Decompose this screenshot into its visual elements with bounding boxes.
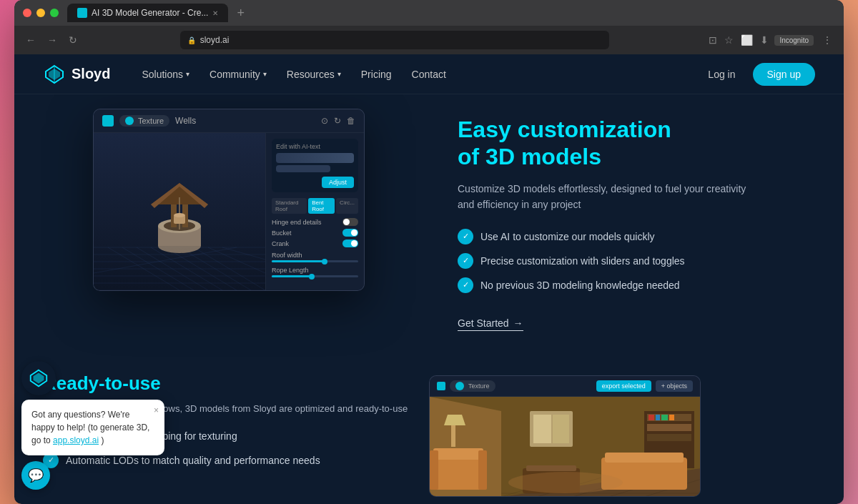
- chat-popup-suffix: ): [101, 435, 104, 445]
- nav-resources[interactable]: Resources ▾: [278, 64, 350, 84]
- check-icon-3: ✓: [458, 277, 473, 293]
- rope-length-thumb[interactable]: [309, 274, 315, 280]
- cast-icon[interactable]: ⊡: [709, 34, 717, 46]
- room-texture-label: Texture: [468, 382, 490, 390]
- toggle-crank-label: Crank: [272, 240, 289, 247]
- room-preview: Texture export selected + objects: [429, 375, 701, 497]
- browser-window: AI 3D Model Generator - Cre... ✕ + ← → ↻…: [14, 0, 844, 504]
- chat-open-button[interactable]: 💬: [21, 461, 50, 490]
- svg-rect-61: [451, 425, 455, 447]
- tab-bar: AI 3D Model Generator - Cre... ✕ +: [67, 4, 835, 22]
- tab-close-button[interactable]: ✕: [212, 9, 218, 17]
- toggle-hinge-label: Hinge end details: [272, 219, 322, 226]
- login-button[interactable]: Log in: [699, 64, 744, 84]
- adjust-button[interactable]: Adjust: [322, 177, 354, 188]
- model-logo-icon: [102, 115, 114, 127]
- tab-favicon: [77, 8, 87, 18]
- share-icon[interactable]: ⊙: [321, 116, 328, 126]
- rope-length-fill: [272, 275, 310, 277]
- solutions-chevron-icon: ▾: [186, 70, 189, 78]
- check-icon-1: ✓: [458, 229, 473, 244]
- feature-item-2: ✓ Precise customization with sliders and…: [458, 253, 815, 269]
- ai-text-field-1[interactable]: [276, 153, 354, 163]
- rotate-icon[interactable]: ↻: [334, 116, 341, 126]
- roof-width-slider[interactable]: [272, 260, 358, 262]
- new-tab-button[interactable]: +: [231, 6, 250, 21]
- roof-tab-standard[interactable]: Standard Roof: [272, 198, 307, 214]
- hero-title: Easy customization of 3D models: [458, 116, 815, 171]
- room-texture-toggle[interactable]: Texture: [450, 380, 495, 392]
- chat-popup: × Got any questions? We're happy to help…: [21, 400, 164, 455]
- toggle-bucket-label: Bucket: [272, 229, 292, 237]
- roof-width-thumb[interactable]: [322, 259, 327, 265]
- roof-tab-circ[interactable]: Circ...: [336, 198, 358, 214]
- export-button[interactable]: export selected: [596, 380, 651, 392]
- reload-button[interactable]: ↻: [66, 33, 80, 47]
- download-icon[interactable]: ⬇: [760, 34, 769, 46]
- address-bar[interactable]: 🔒 sloyd.ai: [180, 31, 609, 49]
- bottom-right: Texture export selected + objects: [429, 372, 815, 497]
- svg-rect-50: [656, 415, 660, 420]
- feature-item-1: ✓ Use AI to customize our models quickly: [458, 229, 815, 244]
- chat-popup-link[interactable]: app.sloyd.ai: [53, 435, 99, 445]
- close-traffic-light[interactable]: [23, 9, 31, 17]
- community-chevron-icon: ▾: [263, 70, 267, 78]
- svg-point-63: [508, 472, 623, 493]
- delete-icon[interactable]: 🗑: [347, 116, 355, 126]
- svg-rect-43: [533, 415, 551, 443]
- signup-button[interactable]: Sign up: [753, 63, 815, 86]
- nav-solutions[interactable]: Solutions ▾: [133, 64, 198, 84]
- nav-contact[interactable]: Contact: [403, 64, 455, 84]
- model-title: Wells: [175, 116, 196, 126]
- toggle-bucket-switch[interactable]: [342, 229, 358, 237]
- toggle-hinge-switch[interactable]: [342, 218, 358, 226]
- hero-left: Texture Wells ⊙ ↻ 🗑: [14, 94, 429, 361]
- feature-item-3: ✓ No previous 3D modeling knowledge need…: [458, 277, 815, 293]
- texture-label: Texture: [138, 117, 164, 125]
- back-button[interactable]: ←: [23, 33, 39, 47]
- logo[interactable]: Sloyd: [43, 63, 110, 86]
- nav-community[interactable]: Community ▾: [201, 64, 275, 84]
- svg-rect-56: [478, 450, 487, 490]
- svg-rect-54: [433, 448, 483, 460]
- website-content: Sloyd Solutions ▾ Community ▾ Resources …: [14, 54, 844, 504]
- roof-tabs: Standard Roof Bent Roof Circ...: [272, 198, 358, 214]
- texture-toggle-dot: [125, 117, 134, 125]
- feature-list: ✓ Use AI to customize our models quickly…: [458, 229, 815, 302]
- browser-toolbar: ← → ↻ 🔒 sloyd.ai ⊡ ☆ ⬜ ⬇ Incognito ⋮: [14, 26, 844, 54]
- model-header: Texture Wells ⊙ ↻ 🗑: [94, 109, 364, 133]
- traffic-lights: [23, 9, 59, 17]
- get-started-link[interactable]: Get Started →: [458, 317, 523, 331]
- svg-rect-55: [430, 450, 438, 490]
- model-body: Edit with AI-text Adjust Standard Ro: [94, 133, 364, 290]
- nav-pricing[interactable]: Pricing: [352, 64, 400, 84]
- objects-button[interactable]: + objects: [656, 380, 693, 392]
- room-viewport: [430, 397, 700, 497]
- extensions-icon[interactable]: ⬜: [741, 34, 753, 46]
- room-logo-icon: [437, 382, 445, 390]
- forward-button[interactable]: →: [44, 33, 60, 47]
- hero-subtitle: Customize 3D models effortlessly, design…: [458, 181, 758, 213]
- ai-text-panel: Edit with AI-text Adjust: [272, 139, 358, 192]
- maximize-traffic-light[interactable]: [50, 9, 59, 17]
- model-sidebar: Edit with AI-text Adjust Standard Ro: [265, 133, 364, 290]
- more-options-button[interactable]: ⋮: [819, 33, 835, 47]
- texture-toggle[interactable]: Texture: [119, 115, 169, 127]
- roof-tab-bent[interactable]: Bent Roof: [308, 198, 335, 214]
- bookmark-icon[interactable]: ☆: [724, 34, 734, 46]
- chat-logo-icon: [28, 367, 49, 389]
- chat-logo-bubble: [21, 361, 56, 395]
- nav-links: Solutions ▾ Community ▾ Resources ▾ Pric…: [133, 64, 699, 84]
- svg-rect-47: [647, 424, 691, 431]
- ai-text-field-2[interactable]: [276, 165, 330, 172]
- active-tab[interactable]: AI 3D Model Generator - Cre... ✕: [67, 4, 228, 22]
- minimize-traffic-light[interactable]: [36, 9, 45, 17]
- tab-title: AI 3D Model Generator - Cre...: [92, 8, 208, 18]
- svg-rect-51: [661, 415, 668, 420]
- toggle-crank: Crank: [272, 239, 358, 247]
- chat-close-button[interactable]: ×: [154, 404, 159, 417]
- slider-section: Roof width Rope Length: [272, 252, 358, 277]
- toggle-crank-switch[interactable]: [342, 239, 358, 247]
- rope-length-slider[interactable]: [272, 275, 358, 277]
- chat-widget: × Got any questions? We're happy to help…: [21, 361, 164, 490]
